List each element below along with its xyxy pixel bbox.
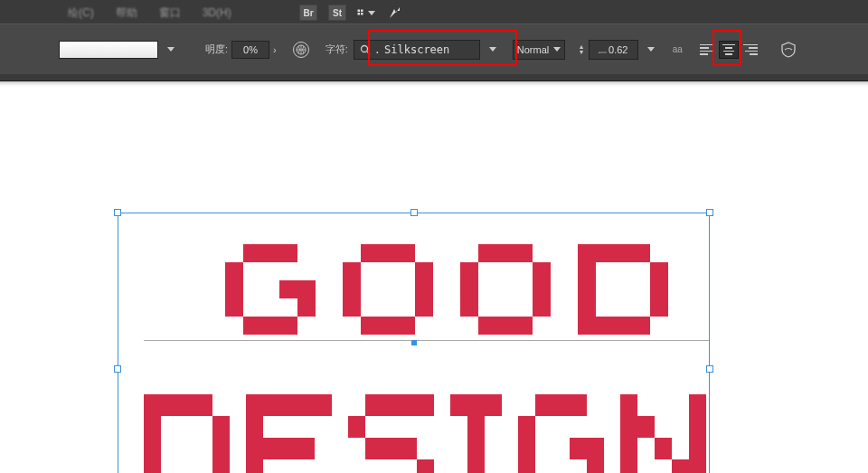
search-icon: [360, 44, 371, 55]
handle-tl[interactable]: [114, 209, 121, 216]
svg-line-6: [367, 52, 370, 54]
text-align-group: [697, 41, 760, 59]
svg-rect-0: [358, 10, 361, 13]
font-family-value: Silkscreen: [384, 43, 449, 56]
chevron-down-icon[interactable]: [647, 47, 655, 52]
menu-item[interactable]: 帮助: [116, 5, 137, 21]
menu-item[interactable]: 窗口: [159, 5, 181, 21]
chevron-down-icon: [553, 47, 561, 52]
grid-icon[interactable]: [357, 5, 375, 21]
menu-bar: 绘(C) 帮助 窗口 3D(H) Br St: [0, 0, 868, 25]
color-swatch[interactable]: [59, 41, 158, 59]
handle-mr[interactable]: [706, 365, 713, 373]
options-bar: 明度: 0% › 字符: . Silkscreen Normal ▴▾ ⸐ 0.…: [0, 24, 868, 74]
align-left-button[interactable]: [697, 41, 717, 59]
font-style-input[interactable]: Normal: [513, 40, 565, 60]
glyph-I: [450, 394, 502, 473]
menu-item[interactable]: 3D(H): [203, 6, 231, 19]
svg-rect-3: [361, 13, 363, 15]
stepper-icon[interactable]: ▴▾: [580, 44, 583, 55]
font-family-input[interactable]: . Silkscreen: [354, 40, 480, 60]
share-icon[interactable]: [386, 5, 404, 21]
svg-rect-2: [358, 13, 361, 15]
opacity-label: 明度:: [205, 43, 228, 56]
bridge-icon[interactable]: Br: [299, 5, 317, 21]
align-right-button[interactable]: [741, 41, 760, 59]
text-line-1: [225, 244, 668, 335]
handle-tm[interactable]: [410, 209, 418, 216]
opacity-control[interactable]: 明度: 0% ›: [205, 41, 277, 59]
glyph-O: [460, 244, 551, 335]
chevron-down-icon[interactable]: [167, 47, 175, 52]
opacity-value[interactable]: 0%: [231, 41, 269, 59]
app-topbar: 绘(C) 帮助 窗口 3D(H) Br St 明度: 0% ›: [0, 0, 868, 81]
glyph-N: [620, 394, 706, 473]
font-size-value: 0.62: [609, 44, 627, 55]
svg-rect-1: [361, 10, 363, 13]
glyph-S: [348, 394, 434, 473]
chevron-right-icon[interactable]: ›: [273, 44, 277, 55]
menu-item[interactable]: 绘(C): [68, 5, 94, 21]
glyph-E: [246, 394, 332, 473]
text-selection-box[interactable]: [118, 213, 710, 473]
svg-point-5: [361, 45, 367, 52]
text-line-2: [144, 394, 706, 473]
handle-ml[interactable]: [114, 365, 121, 373]
glyph-D: [144, 394, 230, 473]
globe-icon[interactable]: [293, 42, 309, 58]
glyph-D: [578, 244, 668, 335]
glyph-O: [343, 244, 433, 335]
center-handle[interactable]: [411, 340, 417, 345]
shield-icon[interactable]: [780, 42, 797, 58]
font-size-input[interactable]: ⸐ 0.62: [589, 40, 638, 60]
font-label: 字符:: [326, 43, 348, 56]
canvas[interactable]: [0, 81, 868, 136]
glyph-G: [225, 244, 316, 335]
font-style-value: Normal: [517, 44, 549, 55]
align-center-button[interactable]: [719, 41, 739, 59]
baseline: [144, 340, 709, 341]
chevron-down-icon[interactable]: [489, 47, 496, 52]
aa-label: aa: [673, 44, 683, 54]
stock-icon[interactable]: St: [328, 5, 346, 21]
glyph-G: [518, 394, 604, 473]
handle-tr[interactable]: [706, 209, 713, 216]
